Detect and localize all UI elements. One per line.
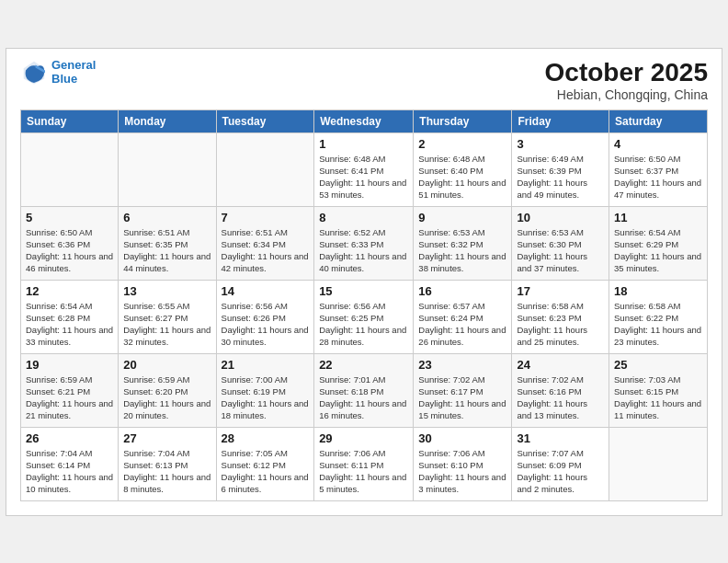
day-number: 8 — [319, 211, 408, 224]
title-block: October 2025 Hebian, Chongqing, China — [545, 58, 708, 102]
day-number: 13 — [123, 284, 210, 298]
day-cell: 21Sunrise: 7:00 AM Sunset: 6:19 PM Dayli… — [216, 353, 314, 427]
day-cell — [609, 427, 708, 500]
day-info: Sunrise: 6:55 AM Sunset: 6:27 PM Dayligh… — [123, 300, 210, 349]
day-cell: 30Sunrise: 7:06 AM Sunset: 6:10 PM Dayli… — [414, 427, 512, 500]
day-info: Sunrise: 7:01 AM Sunset: 6:18 PM Dayligh… — [319, 373, 408, 422]
day-info: Sunrise: 6:49 AM Sunset: 6:39 PM Dayligh… — [517, 153, 604, 201]
day-cell: 28Sunrise: 7:05 AM Sunset: 6:12 PM Dayli… — [216, 427, 314, 500]
week-row-5: 26Sunrise: 7:04 AM Sunset: 6:14 PM Dayli… — [21, 427, 708, 500]
day-number: 21 — [222, 358, 310, 372]
day-info: Sunrise: 7:04 AM Sunset: 6:13 PM Dayligh… — [123, 447, 210, 496]
day-info: Sunrise: 6:58 AM Sunset: 6:23 PM Dayligh… — [517, 300, 604, 349]
day-number: 5 — [26, 211, 113, 224]
day-number: 10 — [517, 211, 604, 224]
day-cell: 15Sunrise: 6:56 AM Sunset: 6:25 PM Dayli… — [314, 280, 414, 353]
day-cell — [119, 132, 216, 206]
day-number: 16 — [418, 284, 506, 298]
day-cell: 11Sunrise: 6:54 AM Sunset: 6:29 PM Dayli… — [609, 206, 708, 280]
week-row-4: 19Sunrise: 6:59 AM Sunset: 6:21 PM Dayli… — [21, 353, 708, 427]
day-number: 6 — [123, 211, 210, 224]
logo-text: General Blue — [51, 58, 96, 86]
day-number: 22 — [319, 358, 408, 372]
weekday-row: SundayMondayTuesdayWednesdayThursdayFrid… — [21, 109, 708, 132]
day-number: 30 — [418, 431, 506, 445]
day-cell: 10Sunrise: 6:53 AM Sunset: 6:30 PM Dayli… — [512, 206, 609, 280]
weekday-header-saturday: Saturday — [609, 109, 708, 132]
day-info: Sunrise: 7:02 AM Sunset: 6:17 PM Dayligh… — [418, 373, 506, 422]
weekday-header-wednesday: Wednesday — [314, 109, 414, 132]
day-cell: 22Sunrise: 7:01 AM Sunset: 6:18 PM Dayli… — [314, 353, 414, 427]
day-info: Sunrise: 6:48 AM Sunset: 6:41 PM Dayligh… — [319, 153, 408, 201]
logo: General Blue — [20, 58, 96, 86]
day-number: 18 — [614, 284, 702, 298]
weekday-header-thursday: Thursday — [414, 109, 512, 132]
day-info: Sunrise: 6:48 AM Sunset: 6:40 PM Dayligh… — [418, 153, 506, 201]
day-number: 28 — [222, 431, 310, 445]
day-info: Sunrise: 6:56 AM Sunset: 6:25 PM Dayligh… — [319, 300, 408, 349]
day-info: Sunrise: 7:02 AM Sunset: 6:16 PM Dayligh… — [517, 373, 604, 422]
day-info: Sunrise: 6:50 AM Sunset: 6:36 PM Dayligh… — [26, 226, 113, 275]
week-row-1: 1Sunrise: 6:48 AM Sunset: 6:41 PM Daylig… — [21, 132, 708, 206]
day-number: 27 — [123, 431, 210, 445]
day-cell: 13Sunrise: 6:55 AM Sunset: 6:27 PM Dayli… — [119, 280, 216, 353]
day-cell: 18Sunrise: 6:58 AM Sunset: 6:22 PM Dayli… — [609, 280, 708, 353]
day-info: Sunrise: 6:58 AM Sunset: 6:22 PM Dayligh… — [614, 300, 702, 349]
day-number: 24 — [517, 358, 604, 372]
day-info: Sunrise: 6:51 AM Sunset: 6:35 PM Dayligh… — [123, 226, 210, 275]
day-info: Sunrise: 7:06 AM Sunset: 6:11 PM Dayligh… — [319, 447, 408, 496]
day-info: Sunrise: 6:51 AM Sunset: 6:34 PM Dayligh… — [222, 226, 310, 275]
day-number: 2 — [418, 137, 506, 151]
day-info: Sunrise: 6:53 AM Sunset: 6:30 PM Dayligh… — [517, 226, 604, 275]
day-number: 19 — [26, 358, 113, 372]
day-cell: 23Sunrise: 7:02 AM Sunset: 6:17 PM Dayli… — [414, 353, 512, 427]
day-number: 29 — [319, 431, 408, 445]
day-info: Sunrise: 6:50 AM Sunset: 6:37 PM Dayligh… — [614, 153, 702, 201]
weekday-header-sunday: Sunday — [21, 109, 119, 132]
day-cell — [216, 132, 314, 206]
day-cell: 4Sunrise: 6:50 AM Sunset: 6:37 PM Daylig… — [609, 132, 708, 206]
weekday-header-friday: Friday — [512, 109, 609, 132]
day-cell — [21, 132, 119, 206]
day-number: 7 — [222, 211, 310, 224]
day-info: Sunrise: 6:57 AM Sunset: 6:24 PM Dayligh… — [418, 300, 506, 349]
day-cell: 17Sunrise: 6:58 AM Sunset: 6:23 PM Dayli… — [512, 280, 609, 353]
calendar-header: SundayMondayTuesdayWednesdayThursdayFrid… — [21, 109, 708, 132]
weekday-header-tuesday: Tuesday — [216, 109, 314, 132]
logo-icon — [20, 58, 48, 86]
day-number: 23 — [418, 358, 506, 372]
day-number: 26 — [26, 431, 113, 445]
day-cell: 16Sunrise: 6:57 AM Sunset: 6:24 PM Dayli… — [414, 280, 512, 353]
week-row-3: 12Sunrise: 6:54 AM Sunset: 6:28 PM Dayli… — [21, 280, 708, 353]
day-cell: 12Sunrise: 6:54 AM Sunset: 6:28 PM Dayli… — [21, 280, 119, 353]
calendar-grid: SundayMondayTuesdayWednesdayThursdayFrid… — [20, 109, 708, 501]
day-number: 31 — [517, 431, 604, 445]
day-cell: 31Sunrise: 7:07 AM Sunset: 6:09 PM Dayli… — [512, 427, 609, 500]
day-info: Sunrise: 6:54 AM Sunset: 6:28 PM Dayligh… — [26, 300, 113, 349]
header: General Blue October 2025 Hebian, Chongq… — [20, 58, 708, 102]
day-number: 17 — [517, 284, 604, 298]
month-title: October 2025 — [545, 58, 708, 87]
day-info: Sunrise: 6:54 AM Sunset: 6:29 PM Dayligh… — [614, 226, 702, 275]
day-cell: 20Sunrise: 6:59 AM Sunset: 6:20 PM Dayli… — [119, 353, 216, 427]
day-info: Sunrise: 7:05 AM Sunset: 6:12 PM Dayligh… — [222, 447, 310, 496]
calendar-body: 1Sunrise: 6:48 AM Sunset: 6:41 PM Daylig… — [21, 132, 708, 500]
day-cell: 5Sunrise: 6:50 AM Sunset: 6:36 PM Daylig… — [21, 206, 119, 280]
calendar-container: General Blue October 2025 Hebian, Chongq… — [6, 48, 722, 516]
day-info: Sunrise: 7:04 AM Sunset: 6:14 PM Dayligh… — [26, 447, 113, 496]
day-number: 14 — [222, 284, 310, 298]
day-cell: 6Sunrise: 6:51 AM Sunset: 6:35 PM Daylig… — [119, 206, 216, 280]
day-number: 15 — [319, 284, 408, 298]
day-cell: 8Sunrise: 6:52 AM Sunset: 6:33 PM Daylig… — [314, 206, 414, 280]
day-cell: 19Sunrise: 6:59 AM Sunset: 6:21 PM Dayli… — [21, 353, 119, 427]
day-cell: 7Sunrise: 6:51 AM Sunset: 6:34 PM Daylig… — [216, 206, 314, 280]
day-number: 4 — [614, 137, 702, 151]
day-info: Sunrise: 6:53 AM Sunset: 6:32 PM Dayligh… — [418, 226, 506, 275]
day-cell: 2Sunrise: 6:48 AM Sunset: 6:40 PM Daylig… — [414, 132, 512, 206]
day-cell: 29Sunrise: 7:06 AM Sunset: 6:11 PM Dayli… — [314, 427, 414, 500]
day-number: 12 — [26, 284, 113, 298]
day-number: 25 — [614, 358, 702, 372]
day-info: Sunrise: 6:56 AM Sunset: 6:26 PM Dayligh… — [222, 300, 310, 349]
day-number: 1 — [319, 137, 408, 151]
day-number: 9 — [418, 211, 506, 224]
